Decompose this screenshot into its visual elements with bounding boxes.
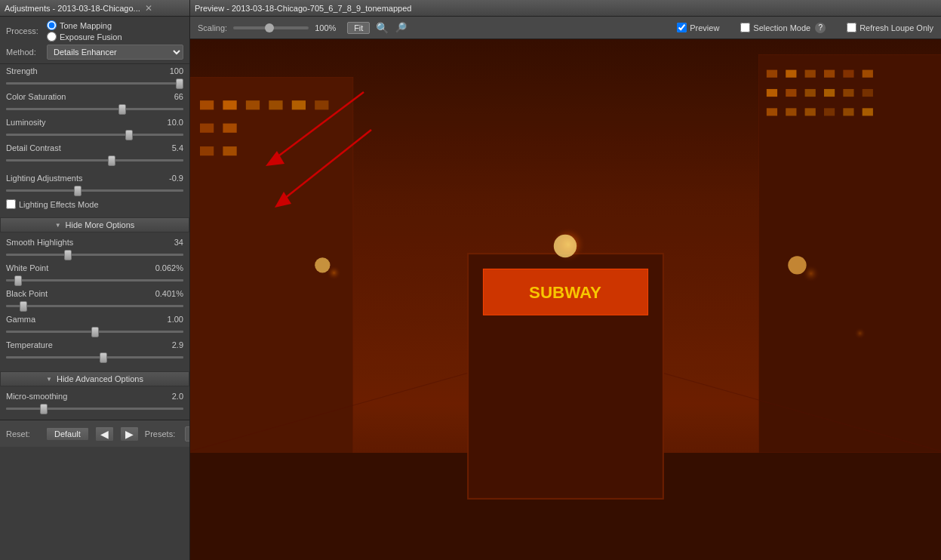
lighting-slider-row: Lighting Adjustments -0.9: [6, 174, 183, 193]
black-point-header: Black Point 0.401%: [6, 289, 183, 298]
white-point-slider[interactable]: [6, 279, 183, 282]
undo-button[interactable]: ◀: [95, 426, 114, 442]
collapse-arrow-icon: ▼: [55, 222, 61, 229]
temperature-header: Temperature 2.9: [6, 340, 183, 349]
gamma-slider-row: Gamma 1.00: [6, 315, 183, 334]
refresh-loupe-check-row: Refresh Loupe Only: [847, 23, 933, 32]
gamma-slider[interactable]: [6, 331, 183, 333]
strength-slider[interactable]: [6, 82, 183, 85]
main-layout: Process: Tone Mapping Exposure Fusion Me…: [0, 17, 941, 560]
adjustments-title-text: Adjustments - 2013-03-18-Chicago...: [5, 4, 140, 13]
white-point-slider-row: White Point 0.062%: [6, 263, 183, 283]
lighting-value: -0.9: [153, 174, 183, 183]
hide-advanced-options-button[interactable]: ▼ Hide Advanced Options: [0, 371, 189, 386]
advanced-sliders-section: Micro-smoothing 2.0: [0, 389, 189, 420]
strength-label: Strength: [6, 66, 38, 75]
black-point-label: Black Point: [6, 289, 48, 298]
strength-slider-row: Strength 100: [6, 66, 183, 86]
lighting-header: Lighting Adjustments -0.9: [6, 174, 183, 183]
white-point-label: White Point: [6, 263, 48, 272]
smooth-highlights-header: Smooth Highlights 34: [6, 238, 183, 247]
refresh-loupe-checkbox[interactable]: [847, 23, 856, 32]
smooth-highlights-slider[interactable]: [6, 254, 183, 256]
selection-mode-check-row: Selection Mode: [740, 23, 810, 32]
zoom-in-icon[interactable]: 🔎: [395, 22, 407, 33]
method-label: Method:: [6, 48, 42, 57]
smooth-highlights-slider-row: Smooth Highlights 34: [6, 238, 183, 257]
temperature-slider-row: Temperature 2.9: [6, 340, 183, 360]
micro-smoothing-slider-row: Micro-smoothing 2.0: [6, 392, 183, 411]
default-button[interactable]: Default: [46, 427, 89, 441]
main-sliders-section: Strength 100 Color Saturation 66 Luminos…: [0, 64, 189, 171]
lighting-effects-checkbox[interactable]: [6, 199, 16, 209]
black-point-slider-row: Black Point 0.401%: [6, 289, 183, 309]
zoom-out-icon[interactable]: 🔍: [376, 22, 389, 34]
lighting-effects-row: Lighting Effects Mode: [6, 199, 183, 209]
reset-label: Reset:: [6, 429, 40, 438]
micro-smoothing-slider[interactable]: [6, 408, 183, 410]
luminosity-value: 10.0: [153, 118, 183, 127]
refresh-loupe-label: Refresh Loupe Only: [860, 23, 933, 32]
selection-mode-help-icon[interactable]: ?: [815, 23, 826, 33]
redo-button[interactable]: ▶: [120, 426, 139, 442]
method-row: Method: Details Enhancer Tone Compressor…: [6, 45, 183, 60]
lighting-section: Lighting Adjustments -0.9 Lighting Effec…: [0, 171, 189, 214]
detail-contrast-slider[interactable]: [6, 159, 183, 162]
method-select[interactable]: Details Enhancer Tone Compressor Fattal …: [47, 45, 183, 60]
process-radio-group: Tone Mapping Exposure Fusion: [47, 20, 122, 42]
hide-more-options-button[interactable]: ▼ Hide More Options: [0, 217, 189, 232]
preview-title-text: Preview - 2013-03-18-Chicago-705_6_7_8_9…: [195, 4, 411, 13]
fit-button[interactable]: Fit: [347, 22, 370, 34]
smooth-highlights-value: 34: [153, 238, 183, 247]
micro-smoothing-header: Micro-smoothing 2.0: [6, 392, 183, 401]
luminosity-slider[interactable]: [6, 134, 183, 136]
detail-contrast-slider-row: Detail Contrast 5.4: [6, 143, 183, 163]
advanced-collapse-arrow-icon: ▼: [46, 376, 52, 383]
tone-mapping-radio[interactable]: Tone Mapping: [47, 20, 122, 30]
presets-select[interactable]: Previous: [185, 426, 190, 442]
exposure-fusion-label: Exposure Fusion: [60, 32, 122, 42]
lighting-label: Lighting Adjustments: [6, 174, 83, 183]
svg-rect-44: [190, 39, 941, 560]
color-saturation-slider[interactable]: [6, 108, 183, 110]
bottom-toolbar: Reset: Default ◀ ▶ Presets: Previous: [0, 420, 189, 447]
gamma-value: 1.00: [153, 315, 183, 324]
preview-title-bar: Preview - 2013-03-18-Chicago-705_6_7_8_9…: [190, 0, 941, 17]
white-point-header: White Point 0.062%: [6, 263, 183, 272]
color-saturation-header: Color Saturation 66: [6, 92, 183, 101]
gamma-header: Gamma 1.00: [6, 315, 183, 324]
temperature-slider[interactable]: [6, 356, 183, 358]
right-panel: Scaling: 100% Fit 🔍 🔎 Preview Selection …: [190, 17, 941, 560]
lighting-slider[interactable]: [6, 189, 183, 192]
exposure-fusion-radio[interactable]: Exposure Fusion: [47, 32, 122, 42]
scaling-slider[interactable]: [233, 26, 309, 29]
process-section: Process: Tone Mapping Exposure Fusion Me…: [0, 17, 189, 64]
selection-mode-area: Selection Mode ?: [740, 23, 826, 33]
micro-smoothing-value: 2.0: [153, 392, 183, 401]
luminosity-label: Luminosity: [6, 118, 46, 127]
detail-contrast-value: 5.4: [153, 143, 183, 152]
adjustments-close-button[interactable]: ✕: [145, 3, 152, 14]
temperature-label: Temperature: [6, 340, 53, 349]
luminosity-header: Luminosity 10.0: [6, 118, 183, 127]
color-saturation-slider-row: Color Saturation 66: [6, 92, 183, 112]
selection-mode-checkbox[interactable]: [740, 23, 750, 32]
black-point-value: 0.401%: [153, 289, 183, 298]
temperature-value: 2.9: [153, 340, 183, 349]
white-point-value: 0.062%: [153, 263, 183, 272]
scaling-value: 100%: [315, 23, 341, 32]
luminosity-slider-row: Luminosity 10.0: [6, 118, 183, 137]
tone-mapping-label: Tone Mapping: [60, 21, 112, 30]
gamma-label: Gamma: [6, 315, 35, 324]
left-panel: Process: Tone Mapping Exposure Fusion Me…: [0, 17, 190, 560]
scaling-label: Scaling:: [198, 23, 227, 32]
preview-label-text: Preview: [690, 23, 719, 32]
hide-advanced-options-label: Hide Advanced Options: [57, 374, 143, 383]
lighting-effects-label: Lighting Effects Mode: [19, 200, 99, 209]
preview-checkbox[interactable]: [677, 23, 687, 32]
preview-check-row: Preview: [677, 23, 719, 32]
detail-contrast-header: Detail Contrast 5.4: [6, 143, 183, 152]
preview-image-area: SUBWAY: [190, 39, 941, 560]
more-sliders-section: Smooth Highlights 34 White Point 0.062% …: [0, 235, 189, 368]
black-point-slider[interactable]: [6, 305, 183, 307]
